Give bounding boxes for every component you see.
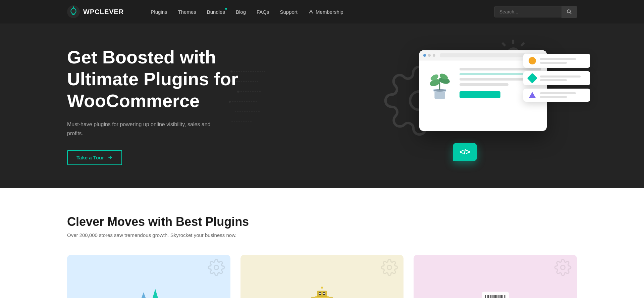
hero-cta-button[interactable]: Take a Tour <box>67 150 122 165</box>
svg-point-39 <box>323 293 325 294</box>
content-line-4 <box>460 83 508 86</box>
feature-card-3 <box>523 89 590 102</box>
browser-dot-blue <box>423 54 426 57</box>
svg-point-46 <box>561 265 565 270</box>
section2-title: Clever Moves with Best Plugins <box>67 215 577 229</box>
hero-content: Get Boosted with Ultimate Plugins for Wo… <box>67 46 255 165</box>
hero-illustration: </> <box>402 44 590 168</box>
card-gear-2 <box>381 259 398 280</box>
plugin-card-2[interactable] <box>240 255 404 298</box>
svg-point-41 <box>321 287 323 289</box>
feature-icon-orange <box>529 57 536 64</box>
hero-section: Get Boosted with Ultimate Plugins for Wo… <box>0 23 644 188</box>
feature-card-2 <box>523 71 590 85</box>
search-input[interactable] <box>494 6 561 17</box>
user-icon <box>308 9 314 14</box>
membership-label: Membership <box>316 9 343 15</box>
code-bubble: </> <box>453 143 477 161</box>
plugin-cards-row <box>67 255 577 298</box>
feature-icon-teal <box>527 73 537 83</box>
nav-membership[interactable]: Membership <box>308 9 343 15</box>
svg-point-30 <box>214 265 218 270</box>
card-1-illustration <box>132 286 165 298</box>
add-to-cart-line <box>460 91 500 98</box>
nav-bundles[interactable]: Bundles <box>207 9 225 15</box>
svg-rect-22 <box>434 90 445 99</box>
plugins-section: Clever Moves with Best Plugins Over 200,… <box>0 188 644 298</box>
hero-description: Must-have plugins for powering up online… <box>67 120 215 138</box>
svg-rect-35 <box>317 291 327 297</box>
logo-icon <box>67 5 80 18</box>
nav-support[interactable]: Support <box>280 9 298 15</box>
plugin-card-1[interactable] <box>67 255 230 298</box>
svg-point-33 <box>387 265 392 270</box>
hero-title: Get Boosted with Ultimate Plugins for Wo… <box>67 46 255 111</box>
browser-address-bar <box>440 53 525 57</box>
card-gear-1 <box>208 259 225 280</box>
svg-rect-42 <box>311 297 315 298</box>
nav-plugins[interactable]: Plugins <box>151 9 167 15</box>
feature-card-2-lines <box>540 76 585 81</box>
code-bubble-text: </> <box>460 148 470 156</box>
svg-point-38 <box>319 293 321 294</box>
svg-point-8 <box>567 10 570 13</box>
hero-cta-label: Take a Tour <box>76 155 104 160</box>
nav-themes[interactable]: Themes <box>178 9 196 15</box>
nav-faqs[interactable]: FAQs <box>257 9 269 15</box>
site-header: WPCLEVER Plugins Themes Bundles Blog FAQ… <box>0 0 644 23</box>
card-gear-3 <box>554 259 572 280</box>
logo-text: WPCLEVER <box>83 8 124 16</box>
content-line-3 <box>460 78 525 81</box>
browser-dot-gray2 <box>433 54 435 57</box>
search-icon <box>567 9 572 14</box>
svg-marker-32 <box>150 289 160 298</box>
logo-link[interactable]: WPCLEVER <box>67 5 124 18</box>
card-2-illustration <box>305 286 339 298</box>
nav-blog[interactable]: Blog <box>236 9 246 15</box>
feature-card-1-lines <box>540 58 585 64</box>
svg-point-7 <box>310 10 312 12</box>
feature-card-3-lines <box>540 92 585 98</box>
plugin-card-3[interactable] <box>414 255 577 298</box>
search-button[interactable] <box>561 6 577 18</box>
svg-line-9 <box>570 12 571 14</box>
arrow-right-icon <box>107 155 113 160</box>
feature-icon-triangle <box>529 92 536 98</box>
card-3-illustration <box>475 288 516 298</box>
plant-illustration <box>425 66 455 103</box>
section2-description: Over 200,000 stores saw tremendous growt… <box>67 232 577 238</box>
svg-point-4 <box>73 6 74 7</box>
main-nav: Plugins Themes Bundles Blog FAQs Support… <box>151 9 494 15</box>
feature-cards <box>523 54 590 102</box>
svg-marker-31 <box>139 292 149 298</box>
feature-card-1 <box>523 54 590 68</box>
browser-dot-gray1 <box>428 54 431 57</box>
svg-rect-43 <box>329 297 333 298</box>
search-area <box>494 6 577 18</box>
